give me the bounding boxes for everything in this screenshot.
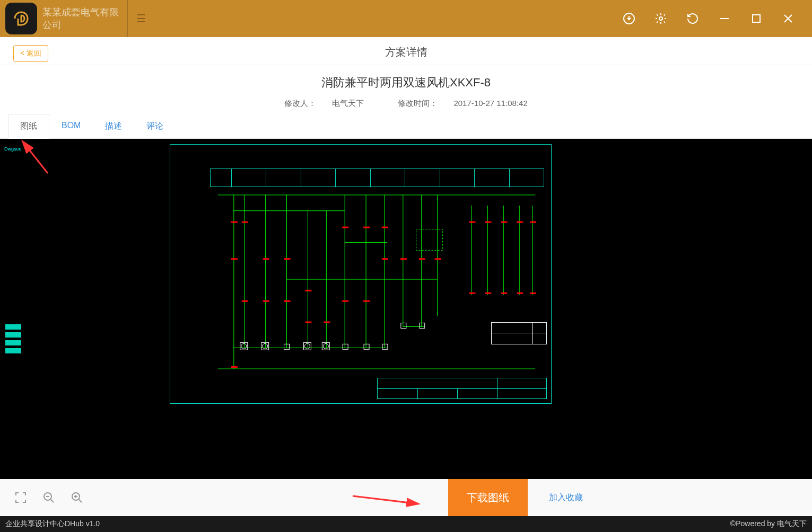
svg-rect-58 [530, 292, 536, 294]
svg-rect-42 [342, 300, 348, 302]
svg-rect-36 [305, 290, 311, 291]
svg-line-78 [50, 499, 54, 502]
zoom-in-icon[interactable] [69, 490, 84, 505]
svg-rect-55 [485, 292, 491, 294]
maximize-icon[interactable] [748, 11, 764, 26]
svg-line-76 [28, 148, 48, 173]
svg-rect-47 [435, 258, 441, 260]
svg-rect-56 [501, 292, 507, 294]
svg-rect-46 [419, 258, 425, 260]
svg-rect-31 [231, 221, 238, 223]
svg-rect-60 [363, 227, 370, 228]
hamburger-icon[interactable]: ☰ [128, 12, 154, 25]
svg-rect-57 [517, 292, 523, 294]
svg-rect-41 [324, 322, 330, 323]
detail-header: 消防兼平时两用双速风机XKXF-8 修改人：电气天下 修改时间：2017-10-… [0, 65, 812, 114]
svg-rect-59 [342, 227, 348, 228]
tab-desc[interactable]: 描述 [93, 114, 134, 138]
detail-meta: 修改人：电气天下 修改时间：2017-10-27 11:08:42 [0, 99, 812, 109]
fullscreen-icon[interactable] [13, 490, 28, 505]
svg-rect-40 [305, 322, 311, 323]
download-icon[interactable] [621, 11, 637, 26]
zoom-out-icon[interactable] [41, 490, 56, 505]
svg-rect-37 [242, 300, 248, 302]
tab-drawing[interactable]: 图纸 [8, 114, 49, 139]
modtime-value: 2017-10-27 11:08:42 [453, 99, 527, 108]
svg-rect-35 [284, 258, 291, 260]
detail-title: 消防兼平时两用双速风机XKXF-8 [0, 75, 812, 91]
svg-rect-52 [517, 221, 523, 223]
minimize-icon[interactable] [717, 11, 732, 26]
tab-bar: 图纸 BOM 描述 评论 [0, 114, 812, 139]
favorite-link[interactable]: 加入收藏 [549, 492, 583, 503]
tab-comment[interactable]: 评论 [134, 114, 176, 138]
drawing-viewport[interactable]: Dwgsee [0, 139, 812, 479]
svg-point-1 [659, 17, 662, 20]
svg-rect-61 [382, 227, 388, 228]
modtime-label: 修改时间： [398, 99, 438, 108]
sidebar-marks [5, 324, 21, 353]
svg-rect-75 [420, 323, 425, 329]
svg-rect-50 [485, 221, 491, 223]
svg-rect-74 [401, 323, 406, 329]
svg-rect-53 [530, 221, 536, 223]
app-logo [5, 3, 37, 34]
svg-rect-43 [363, 300, 370, 302]
annotation-arrow-2 [350, 493, 424, 511]
svg-rect-29 [416, 229, 443, 251]
drawing-header-table [210, 169, 544, 187]
company-name: 某某成套电气有限公司 [42, 6, 127, 31]
svg-rect-39 [284, 300, 291, 302]
drawing-title-block [377, 378, 547, 399]
page-title: 方案详情 [11, 45, 801, 59]
refresh-icon[interactable] [685, 11, 701, 26]
svg-rect-48 [231, 366, 238, 368]
svg-rect-51 [501, 221, 507, 223]
statusbar: 企业共享设计中心DHub v1.0 ©Powered by 电气天下 [0, 516, 812, 532]
svg-rect-71 [343, 344, 348, 349]
back-button[interactable]: < 返回 [13, 45, 48, 62]
modifier-value: 电气天下 [332, 99, 364, 108]
svg-rect-49 [469, 221, 475, 223]
svg-line-81 [78, 499, 82, 502]
settings-icon[interactable] [653, 11, 669, 26]
tab-bom[interactable]: BOM [49, 114, 93, 138]
viewer-toolbar: 下载图纸 加入收藏 [0, 479, 812, 516]
svg-rect-32 [242, 221, 248, 223]
cad-drawing [170, 144, 552, 404]
svg-line-84 [353, 496, 419, 504]
modifier-label: 修改人： [284, 99, 316, 108]
svg-rect-73 [382, 344, 388, 349]
svg-rect-44 [382, 258, 388, 260]
svg-rect-54 [469, 292, 475, 294]
svg-rect-33 [231, 258, 238, 260]
svg-rect-34 [263, 258, 269, 260]
svg-rect-38 [263, 300, 269, 302]
statusbar-right: ©Powered by 电气天下 [730, 519, 807, 529]
download-button[interactable]: 下载图纸 [448, 479, 528, 516]
close-icon[interactable] [780, 11, 796, 26]
annotation-arrow-1 [24, 144, 50, 178]
titlebar: 某某成套电气有限公司 ☰ [0, 0, 812, 37]
drawing-info-box [491, 322, 547, 344]
circuit-schematic [207, 190, 546, 374]
statusbar-left: 企业共享设计中心DHub v1.0 [5, 519, 100, 529]
svg-rect-72 [364, 344, 369, 349]
svg-rect-45 [400, 258, 407, 260]
svg-rect-3 [753, 15, 760, 22]
content-header: < 返回 方案详情 [0, 37, 812, 65]
drawing-watermark: Dwgsee [4, 146, 22, 152]
